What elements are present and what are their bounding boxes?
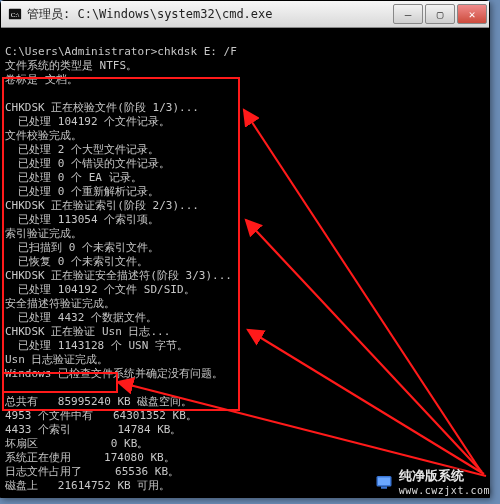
output-line: 已处理 0 个重新解析记录。 [5,185,159,198]
output-line: Windows 已检查文件系统并确定没有问题。 [5,367,223,380]
window-title: 管理员: C:\Windows\system32\cmd.exe [27,6,391,23]
output-line: 已处理 2 个大型文件记录。 [5,143,159,156]
output-line: 日志文件占用了 65536 KB。 [5,465,179,478]
output-line: 4953 个文件中有 64301352 KB。 [5,409,197,422]
terminal-output[interactable]: C:\Users\Administrator>chkdsk E: /F 文件系统… [1,28,489,497]
output-line: 安全描述符验证完成。 [5,297,115,310]
output-line: 已处理 104192 个文件记录。 [5,115,170,128]
output-line: CHKDSK 正在验证 Usn 日志... [5,325,170,338]
output-line: 已扫描到 0 个未索引文件。 [5,241,159,254]
output-line: 4433 个索引 14784 KB。 [5,423,181,436]
output-line: 已处理 4432 个数据文件。 [5,311,157,324]
output-line: 索引验证完成。 [5,227,82,240]
cmd-window: C:\ 管理员: C:\Windows\system32\cmd.exe — ▢… [0,0,490,498]
output-line: 已处理 0 个错误的文件记录。 [5,157,170,170]
cmd-icon: C:\ [7,6,23,22]
output-line: CHKDSK 正在校验文件(阶段 1/3)... [5,101,199,114]
close-button[interactable]: ✕ [457,4,487,24]
output-line: 文件校验完成。 [5,129,82,142]
output-line: CHKDSK 正在验证索引(阶段 2/3)... [5,199,199,212]
output-line: 卷标是 文档。 [5,73,78,86]
output-line: 坏扇区 0 KB。 [5,437,148,450]
output-line: CHKDSK 正在验证安全描述符(阶段 3/3)... [5,269,232,282]
maximize-button[interactable]: ▢ [425,4,455,24]
output-line: 已恢复 0 个未索引文件。 [5,255,148,268]
output-line: 磁盘上 21614752 KB 可用。 [5,479,170,492]
output-line: 总共有 85995240 KB 磁盘空间。 [5,395,192,408]
titlebar: C:\ 管理员: C:\Windows\system32\cmd.exe — ▢… [1,1,489,28]
prompt: C:\Users\Administrator> [5,45,157,58]
output-line: 文件系统的类型是 NTFS。 [5,59,137,72]
output-line: 已处理 113054 个索引项。 [5,213,159,226]
svg-text:C:\: C:\ [11,11,20,19]
output-line: 已处理 0 个 EA 记录。 [5,171,142,184]
output-line: 已处理 104192 个文件 SD/SID。 [5,283,195,296]
minimize-button[interactable]: — [393,4,423,24]
output-line: 已处理 1143128 个 USN 字节。 [5,339,188,352]
command-text: chkdsk E: /F [157,45,236,58]
output-line: Usn 日志验证完成。 [5,353,109,366]
output-line: 系统正在使用 174080 KB。 [5,451,175,464]
window-buttons: — ▢ ✕ [391,4,487,24]
